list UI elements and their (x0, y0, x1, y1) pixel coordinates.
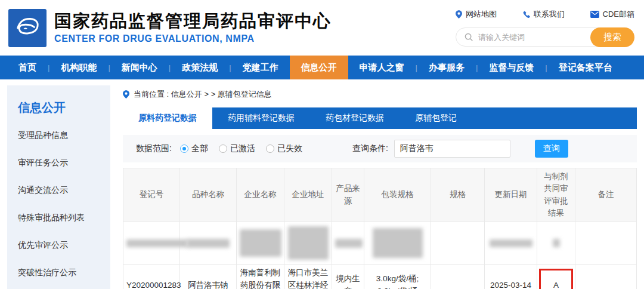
table-row: Y20200001283 阿昔洛韦钠 海南普利制药股份有限公司 海口市美兰区桂林… (123, 265, 637, 289)
redacted-cell (180, 222, 237, 265)
radio-all-label: 全部 (191, 143, 208, 154)
redacted-cell (485, 222, 537, 265)
nav-item-home[interactable]: 首页 (7, 56, 48, 79)
query-button[interactable]: 查询 (535, 140, 568, 158)
nav-item-registration-platform[interactable]: 登记备案平台 (547, 56, 624, 79)
data-tabs: 原料药登记数据 药用辅料登记数据 药包材登记数据 原辅包登记 (123, 107, 637, 129)
site-title-en: CENTER FOR DRUG EVALUATION, NMPA (54, 33, 332, 44)
contact-link[interactable]: 联系我们 (522, 9, 565, 20)
nav-item-news[interactable]: 新闻中心 (110, 56, 169, 79)
redacted-cell (575, 222, 637, 265)
tab-packaging-registration-data[interactable]: 药包材登记数据 (310, 107, 400, 129)
radio-circle-icon (180, 144, 188, 153)
col-update-date: 更新日期 (485, 168, 537, 222)
location-pin-icon (456, 10, 462, 19)
col-spec: 规格 (431, 168, 485, 222)
main-nav: 首页 | 机构职能 | 新闻中心 | 政策法规 | 党建工作 信息公开 申请人之… (0, 56, 644, 79)
redacted-cell (364, 222, 431, 265)
col-company-name: 企业名称 (237, 168, 284, 222)
table-row-redacted (123, 222, 637, 265)
cell-company-address: 海口市美兰区桂林洋经济开发区 (284, 265, 332, 289)
query-label: 查询条件: (352, 143, 388, 154)
nav-item-applicant-window[interactable]: 申请人之窗 (348, 56, 416, 79)
search-icon (465, 33, 473, 42)
contact-link-label: 联系我们 (534, 9, 565, 20)
mail-icon (590, 11, 599, 18)
cell-joint-review-result: A (537, 265, 575, 289)
sidebar-item-review-tasks[interactable]: 审评任务公示 (18, 158, 110, 168)
cde-mail-link-label: CDE邮箱 (603, 9, 634, 20)
col-registration-no: 登记号 (123, 168, 180, 222)
main-content: 当前位置 : 信息公开 > > 原辅包登记信息 原料药登记数据 药用辅料登记数据… (123, 85, 637, 289)
col-company-address: 企业地址 (284, 168, 332, 222)
site-search: 搜索 (456, 27, 634, 47)
result-value: A (553, 281, 559, 289)
radio-activated-label: 已激活 (230, 143, 255, 154)
cell-spec (431, 265, 485, 289)
sidebar-title: 信息公开 (18, 100, 110, 116)
tab-apiep-registration[interactable]: 原辅包登记 (400, 107, 472, 129)
nav-item-party[interactable]: 党建工作 (231, 56, 290, 79)
site-search-button[interactable]: 搜索 (590, 27, 634, 47)
radio-activated[interactable]: 已激活 (219, 143, 255, 154)
quick-links: 网站地图 联系我们 CDE邮箱 (456, 9, 634, 20)
page: 国家药品监督管理局药品审评中心 CENTER FOR DRUG EVALUATI… (0, 0, 644, 289)
redacted-cell (537, 222, 575, 265)
phone-icon (522, 11, 530, 19)
nav-item-supervision[interactable]: 监督与反馈 (478, 56, 545, 79)
col-product-source: 产品来源 (332, 168, 364, 222)
filter-bar: 数据范围: 全部 已激活 已失效 查询条件: (123, 135, 637, 162)
redacted-cell (431, 222, 485, 265)
scope-label: 数据范围: (136, 143, 172, 154)
cde-mail-link[interactable]: CDE邮箱 (590, 9, 634, 20)
cell-company-name: 海南普利制药股份有限公司 (237, 265, 284, 289)
sidebar-item-special-approval[interactable]: 特殊审批品种列表 (18, 213, 110, 223)
sidebar: 信息公开 受理品种信息 审评任务公示 沟通交流公示 特殊审批品种列表 优先审评公… (7, 85, 110, 289)
nav-item-functions[interactable]: 机构职能 (49, 56, 108, 79)
cde-logo[interactable] (8, 9, 47, 47)
sitemap-link-label: 网站地图 (466, 9, 497, 20)
col-joint-review-result: 与制剂共同审评审批结果 (537, 168, 575, 222)
query-input[interactable] (394, 140, 510, 158)
breadcrumb-pin-icon (123, 90, 129, 99)
site-header: 国家药品监督管理局药品审评中心 CENTER FOR DRUG EVALUATI… (0, 0, 644, 56)
col-variety-name: 品种名称 (180, 168, 237, 222)
redacted-cell (123, 222, 180, 265)
cell-product-source: 境内生产 (332, 265, 364, 289)
site-titles: 国家药品监督管理局药品审评中心 CENTER FOR DRUG EVALUATI… (54, 11, 332, 44)
sidebar-item-breakthrough-therapy[interactable]: 突破性治疗公示 (18, 268, 110, 278)
cell-remarks (575, 265, 637, 289)
col-remarks: 备注 (575, 168, 637, 222)
table-header-row: 登记号 品种名称 企业名称 企业地址 产品来源 包装规格 规格 更新日期 与制剂… (123, 168, 637, 222)
logo-swirl-icon (12, 13, 43, 44)
cell-package-spec: 3.0kg/袋/桶; 8.0kg/袋/桶 (364, 265, 431, 289)
cell-registration-no: Y20200001283 (123, 265, 180, 289)
sidebar-item-priority-review[interactable]: 优先审评公示 (18, 240, 110, 251)
col-package-spec: 包装规格 (364, 168, 431, 222)
sidebar-item-accepted-varieties[interactable]: 受理品种信息 (18, 130, 110, 141)
breadcrumb: 当前位置 : 信息公开 > > 原辅包登记信息 (123, 89, 637, 100)
page-body: 信息公开 受理品种信息 审评任务公示 沟通交流公示 特殊审批品种列表 优先审评公… (0, 85, 644, 289)
redacted-cell (284, 222, 332, 265)
radio-circle-icon (266, 144, 274, 153)
site-title-cn: 国家药品监督管理局药品审评中心 (54, 11, 332, 31)
scope-radio-group: 全部 已激活 已失效 (180, 143, 302, 154)
header-right: 网站地图 联系我们 CDE邮箱 (456, 9, 634, 47)
nav-item-policies[interactable]: 政策法规 (171, 56, 229, 79)
tab-excipient-registration-data[interactable]: 药用辅料登记数据 (212, 107, 310, 129)
sidebar-item-communication[interactable]: 沟通交流公示 (18, 185, 110, 196)
redacted-cell (332, 222, 364, 265)
radio-all[interactable]: 全部 (180, 143, 208, 154)
cell-update-date: 2025-03-14 (485, 265, 537, 289)
cell-variety-name: 阿昔洛韦钠 (180, 265, 237, 289)
redacted-cell (237, 222, 284, 265)
breadcrumb-text: 当前位置 : 信息公开 > > 原辅包登记信息 (134, 89, 272, 100)
nav-item-services[interactable]: 办事服务 (417, 56, 476, 79)
radio-circle-icon (219, 144, 227, 153)
registration-table: 登记号 品种名称 企业名称 企业地址 产品来源 包装规格 规格 更新日期 与制剂… (123, 168, 637, 289)
radio-expired-label: 已失效 (277, 143, 302, 154)
nav-item-info-disclosure[interactable]: 信息公开 (290, 56, 348, 79)
tab-api-registration-data[interactable]: 原料药登记数据 (123, 107, 212, 129)
sitemap-link[interactable]: 网站地图 (456, 9, 497, 20)
radio-expired[interactable]: 已失效 (266, 143, 302, 154)
